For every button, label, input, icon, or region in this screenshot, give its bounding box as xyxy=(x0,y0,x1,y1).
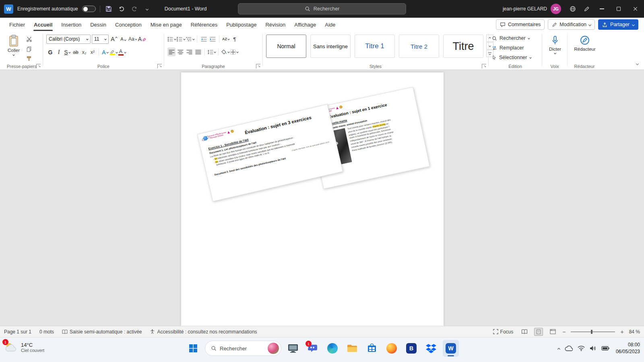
style-titre[interactable]: Titre xyxy=(443,35,483,58)
collapse-ribbon-button[interactable] xyxy=(636,59,638,66)
find-button[interactable]: Rechercher xyxy=(492,34,539,42)
tab-aide[interactable]: Aide xyxy=(320,19,340,31)
show-formatting-button[interactable]: ¶ xyxy=(231,35,239,43)
italic-button[interactable]: I xyxy=(55,48,63,57)
accessibility-status[interactable]: Accessibilité : consultez nos recommanda… xyxy=(150,329,257,335)
highlight-color-button[interactable] xyxy=(109,48,118,57)
taskbar-search[interactable]: Rechercher xyxy=(205,341,281,356)
volume-icon[interactable] xyxy=(590,346,597,351)
page[interactable]: Cercle d'Étude LycéePhysique Chimie Éval… xyxy=(181,72,444,326)
replace-button[interactable]: Remplacer xyxy=(492,44,539,52)
bold-button[interactable]: G xyxy=(46,48,54,57)
taskbar-app-firefox[interactable] xyxy=(384,340,400,357)
word-app-icon[interactable]: W xyxy=(4,4,13,14)
font-size-select[interactable]: 11 xyxy=(92,35,109,44)
avatar[interactable]: JG xyxy=(551,4,561,14)
minimize-button[interactable] xyxy=(593,0,610,18)
taskbar-app-word[interactable]: W xyxy=(443,340,459,357)
tab-fichier[interactable]: Fichier xyxy=(5,19,29,31)
tab-references[interactable]: Références xyxy=(186,19,222,31)
style-titre-1[interactable]: Titre 1 xyxy=(355,35,395,58)
tab-accueil[interactable]: Accueil xyxy=(29,19,57,31)
editing-mode-button[interactable]: Modification xyxy=(548,19,595,30)
focus-button[interactable]: Focus xyxy=(493,329,514,335)
tab-publipostage[interactable]: Publipostage xyxy=(222,19,261,31)
page-indicator[interactable]: Page 1 sur 1 xyxy=(4,329,31,335)
tab-insertion[interactable]: Insertion xyxy=(57,19,86,31)
wifi-icon[interactable] xyxy=(578,346,585,351)
pen-icon[interactable] xyxy=(582,4,591,14)
comments-button[interactable]: Commentaires xyxy=(496,19,545,30)
paste-button[interactable]: Coller xyxy=(4,34,23,62)
battery-icon[interactable] xyxy=(601,346,609,351)
text-effects-button[interactable]: A xyxy=(101,48,109,57)
clear-formatting-button[interactable]: A xyxy=(138,35,146,43)
save-icon[interactable] xyxy=(104,4,113,14)
zoom-out-button[interactable]: − xyxy=(562,329,566,335)
close-button[interactable] xyxy=(627,0,644,18)
autosave-toggle[interactable] xyxy=(82,6,96,12)
copy-button[interactable] xyxy=(25,45,33,52)
align-left-button[interactable] xyxy=(167,47,175,56)
strikethrough-button[interactable]: ab xyxy=(72,48,80,57)
increase-indent-button[interactable] xyxy=(208,35,217,43)
zoom-in-button[interactable]: + xyxy=(620,329,623,335)
weather-widget[interactable]: 1 14°C Ciel couvert xyxy=(4,341,44,354)
redo-icon[interactable] xyxy=(130,4,139,14)
decrease-indent-button[interactable] xyxy=(200,35,208,43)
change-case-button[interactable]: Aa xyxy=(128,35,137,43)
styles-dialog-launcher[interactable]: ↘ xyxy=(482,64,486,68)
zoom-level[interactable]: 84 % xyxy=(629,329,640,335)
document-canvas[interactable]: Cercle d'Étude LycéePhysique Chimie Éval… xyxy=(0,70,644,326)
taskbar-app-edge[interactable] xyxy=(324,340,341,357)
undo-icon[interactable] xyxy=(117,4,126,14)
borders-button[interactable] xyxy=(230,47,238,56)
tab-mise-en-page[interactable]: Mise en page xyxy=(146,19,186,31)
titlebar-search[interactable]: Rechercher xyxy=(238,3,406,14)
autocomplete-status[interactable]: Saisie semi-automatique : activée xyxy=(62,329,142,335)
zoom-slider-thumb[interactable] xyxy=(591,330,592,334)
onedrive-cloud-icon[interactable] xyxy=(565,346,573,351)
quick-access-chevron-icon[interactable] xyxy=(143,4,152,14)
tab-affichage[interactable]: Affichage xyxy=(290,19,320,31)
clock[interactable]: 08:00 06/05/2023 xyxy=(616,341,640,356)
style-normal[interactable]: Normal xyxy=(266,35,306,58)
taskbar-app-b[interactable]: B xyxy=(403,340,419,357)
shrink-font-button[interactable]: A xyxy=(119,35,127,43)
style-sans-interligne[interactable]: Sans interligne xyxy=(310,35,351,58)
paragraph-dialog-launcher[interactable]: ↘ xyxy=(256,64,260,68)
taskbar-app-monitor[interactable] xyxy=(285,340,301,357)
globe-icon[interactable] xyxy=(568,4,577,14)
start-button[interactable] xyxy=(185,340,201,357)
underline-button[interactable]: S xyxy=(63,48,71,57)
grow-font-button[interactable]: A xyxy=(110,35,118,43)
align-center-button[interactable] xyxy=(176,47,184,56)
editor-button[interactable]: Rédacteur xyxy=(571,34,599,51)
bullets-button[interactable] xyxy=(167,35,176,43)
taskbar-app-chat[interactable]: 1 xyxy=(305,340,321,357)
zoom-slider[interactable] xyxy=(571,331,615,332)
tray-chevron-up-icon[interactable] xyxy=(558,345,560,352)
tab-conception[interactable]: Conception xyxy=(111,19,146,31)
tab-dessin[interactable]: Dessin xyxy=(86,19,111,31)
format-painter-button[interactable] xyxy=(25,56,33,62)
print-layout-button[interactable] xyxy=(534,328,543,336)
word-count[interactable]: 0 mots xyxy=(39,329,54,335)
cut-button[interactable] xyxy=(25,36,33,43)
clipboard-dialog-launcher[interactable]: ↘ xyxy=(36,64,41,68)
select-button[interactable]: Sélectionner xyxy=(492,53,539,62)
superscript-button[interactable]: x² xyxy=(89,48,97,57)
dictate-button[interactable]: Dicter xyxy=(545,34,565,54)
maximize-button[interactable] xyxy=(610,0,627,18)
align-right-button[interactable] xyxy=(185,47,193,56)
share-button[interactable]: Partager xyxy=(598,19,638,30)
sort-button[interactable]: AZ xyxy=(222,35,230,43)
font-name-select[interactable]: Calibri (Corps) xyxy=(46,35,91,44)
web-layout-button[interactable] xyxy=(548,328,557,336)
line-spacing-button[interactable] xyxy=(207,47,216,56)
multilevel-list-button[interactable] xyxy=(186,35,194,43)
subscript-button[interactable]: x₂ xyxy=(80,48,88,57)
shading-button[interactable] xyxy=(221,47,229,56)
style-titre-2[interactable]: Titre 2 xyxy=(399,35,439,58)
font-dialog-launcher[interactable]: ↘ xyxy=(157,64,162,68)
